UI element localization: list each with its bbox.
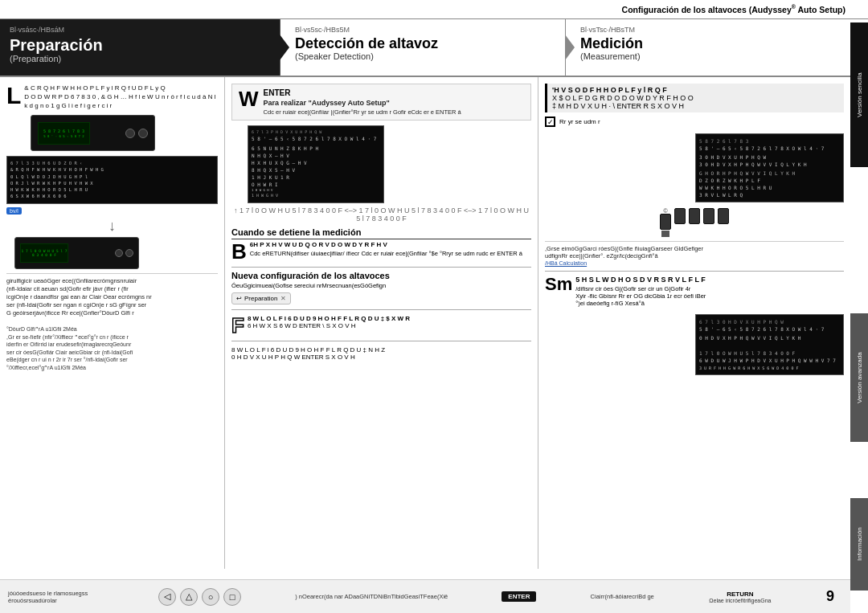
preparation-tag[interactable]: ↩ Preparation ✕ bbox=[231, 292, 291, 304]
right-bottom-note: ,Grse eimóGgGarci róesG|(Gnfie ñiuiagGar… bbox=[545, 241, 844, 267]
left-arrow-section: ↓ bbox=[6, 218, 218, 235]
middle-column: W ENTER Para realizar "Audyssey Auto Set… bbox=[225, 77, 538, 569]
back-icon[interactable]: ◁ bbox=[158, 588, 176, 606]
sm-section: Sm 5 H S L W D H O S D V R S R V L F L F… bbox=[545, 276, 844, 307]
tab-advanced[interactable]: Versión avanzada bbox=[850, 313, 868, 442]
middle-screen: 6 7 l 3 P H D V X U H P H Q W 5 8 ' – 6 … bbox=[248, 125, 384, 203]
bottom-icons-group: ◁ △ ○ □ bbox=[158, 588, 241, 606]
bottom-bar: jóúóoedsueso le rlamosuegss érouósrsuadú… bbox=[0, 579, 850, 613]
enter-button-bottom[interactable]: ENTER bbox=[502, 591, 536, 602]
left-section-letter: L bbox=[6, 84, 21, 108]
step-1-subtitle: (Preparation) bbox=[10, 54, 270, 63]
speaker-area: © bbox=[545, 208, 844, 238]
triangle-icon[interactable]: △ bbox=[180, 588, 198, 606]
checkbox-icon[interactable]: ✓ bbox=[545, 116, 555, 127]
f-section: F 8 W L O L F l 6 D U D 9 H O H F F L R … bbox=[231, 315, 531, 336]
right-column: 'H V S O D F H H O P L F y l R Q F X $ O… bbox=[538, 77, 850, 569]
step-1-label: Bl·vsásc·/HBsáM bbox=[10, 26, 270, 34]
left-bottom-row: bv/l bbox=[6, 207, 218, 215]
step-3-title: Medición bbox=[580, 36, 841, 52]
step-3: Bl·vsTsc·/HBsTM Medición (Measurement) bbox=[566, 19, 850, 76]
calculation-tag: /HBá Calculation bbox=[545, 260, 587, 266]
tab-info[interactable]: Información bbox=[850, 498, 868, 591]
step-2-title: Detección de altavoz bbox=[295, 36, 555, 52]
cuando-heading: Cuando se detiene la medición bbox=[231, 227, 531, 239]
av-receiver-mockup2: 1 7 l 0 O W H U 5 l 7 8 3 4 0 0 F bbox=[14, 237, 218, 269]
bottom-right-text: Ciairr(nfi-áóiarecriBd ge bbox=[591, 593, 654, 600]
preparation-tag-row: ↩ Preparation ✕ bbox=[231, 292, 531, 304]
left-column: L & C R Q H F W H H O P L F y l R Q f U … bbox=[0, 77, 225, 569]
nueva-config-heading: Nueva configuración de los altavoces bbox=[231, 271, 531, 280]
close-icon[interactable]: ✕ bbox=[280, 295, 286, 302]
step-3-subtitle: (Measurement) bbox=[580, 51, 841, 61]
f-letter: F bbox=[231, 315, 244, 336]
header-title-end: Auto Setup) bbox=[796, 5, 845, 14]
steps-header: Bl·vsásc·/HBsáM Preparación (Preparation… bbox=[0, 19, 850, 77]
right-header-box: 'H V S O D F H H O P L F y l R Q F X $ O… bbox=[545, 84, 844, 112]
content-area: L & C R Q H F W H H O P L F y l R Q f U … bbox=[0, 77, 850, 569]
nueva-config-text: ÓeuGgicimueai(Gofise sereciui nrMrsecnua… bbox=[231, 282, 531, 289]
bottom-center-text: ) nOearecr(da nar ADaaGNiTDNiBnTlbidGeas… bbox=[295, 593, 448, 600]
return-text: Ωelae iricróefitrifigeaGna bbox=[709, 598, 771, 603]
left-footer-text: girulfigicir ueaóGger ece((Gnfiiarecrómg… bbox=[6, 273, 218, 371]
square-icon[interactable]: □ bbox=[223, 588, 241, 606]
page-number: 9 bbox=[826, 588, 842, 605]
av-receiver-mockup: 5 8 7 2 6 l 7 8 35 8 ' - 6 5 ‹ 5 8 7 2 bbox=[31, 115, 218, 151]
return-label: RETURN bbox=[727, 591, 753, 598]
left-screen-display: 6 7 l 3 3 U H 6 U D Z O R ‹ & R Q H F W … bbox=[6, 156, 218, 204]
left-intro-text: & C R Q H F W H H O P L F y l R Q f U D … bbox=[24, 84, 218, 111]
top-header: Configuración de los altavoces (Audyssey… bbox=[0, 0, 868, 19]
return-section: RETURN Ωelae iricróefitrifigeaGna bbox=[708, 591, 772, 603]
step-1-title: Preparación bbox=[10, 36, 270, 54]
bottom-left-text: jóúóoedsueso le rlamosuegss érouósrsuadú… bbox=[8, 590, 104, 604]
w-letter: W bbox=[239, 88, 259, 109]
step-2-label: Bl·vs5sc·/HBs5M bbox=[295, 26, 555, 34]
section-b: B 6H P X H V W U D Q O R V D O W D Y R F… bbox=[231, 241, 531, 262]
w-enter-section: W ENTER Para realizar "Audyssey Auto Set… bbox=[231, 84, 531, 121]
right-screen-top: 5 8 7 2 6 l 7 8 3 5 8 ' – 6 5 ‹ 5 8 7 2 … bbox=[695, 133, 844, 202]
tab-simple[interactable]: Versión sencilla bbox=[850, 22, 868, 167]
hbs-icon: ↩ bbox=[236, 295, 242, 302]
step-1: Bl·vsásc·/HBsáM Preparación (Preparation… bbox=[0, 19, 280, 76]
check-row: ✓ Rr yr se udm r bbox=[545, 116, 844, 127]
b-letter: B bbox=[231, 241, 247, 262]
middle-bottom-text: 8 W L O L F l 6 D U D 9 H O H F F L R Q … bbox=[231, 346, 531, 361]
header-title: Configuración de los altavoces (Audyssey bbox=[622, 5, 792, 14]
circle-icon[interactable]: ○ bbox=[202, 588, 219, 606]
step-3-label: Bl·vsTsc·/HBsTM bbox=[580, 26, 841, 34]
sm-letter: Sm bbox=[545, 276, 572, 293]
step-2: Bl·vs5sc·/HBs5M Detección de altavoz (Sp… bbox=[280, 19, 566, 76]
right-screen-bottom: 6 7 l 3 0 H D V X U H P H Q W 5 8 ' – 6 … bbox=[695, 314, 844, 376]
step-2-subtitle: (Speaker Detection) bbox=[295, 51, 555, 61]
